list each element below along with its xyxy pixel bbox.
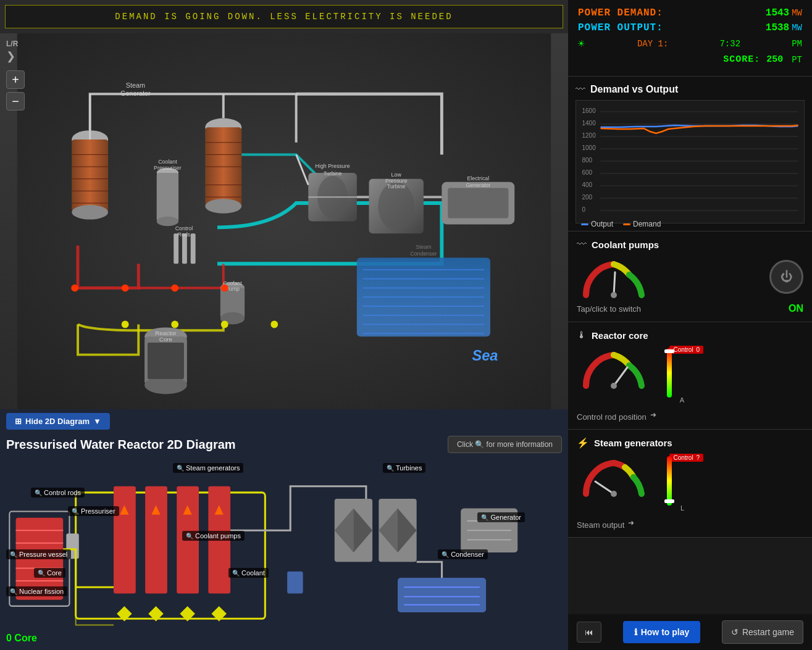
- lr-controls: L/R ❯: [6, 40, 18, 63]
- steam-slider-bottom-letter: L: [680, 504, 684, 512]
- steam-generators-gauge: [577, 454, 651, 497]
- svg-text:1000: 1000: [582, 144, 596, 151]
- previous-button[interactable]: ⏮: [577, 622, 601, 643]
- svg-point-21: [157, 217, 178, 227]
- svg-point-74: [221, 321, 228, 328]
- nuclear-fission-label[interactable]: Nuclear fission: [6, 586, 67, 596]
- svg-rect-110: [287, 572, 303, 594]
- steam-output-arrow: ➜: [628, 519, 634, 527]
- svg-text:Pressuriser: Pressuriser: [154, 165, 182, 171]
- diagram-canvas: Steam generators Turbines Generator Cond…: [0, 457, 568, 648]
- how-to-play-button[interactable]: ℹ How to play: [623, 621, 701, 643]
- zoom-in-button[interactable]: +: [6, 70, 25, 89]
- svg-text:Pressure: Pressure: [385, 178, 407, 184]
- svg-line-133: [614, 367, 627, 386]
- reactor-core-title: Reactor core: [592, 330, 648, 341]
- svg-rect-25: [182, 233, 187, 264]
- coolant-pumps-section: 〰 Coolant pumps: [568, 231, 812, 322]
- turbines-label[interactable]: Turbines: [383, 463, 425, 473]
- time-period: PM: [792, 39, 802, 49]
- power-demand-value: 1543: [766, 7, 789, 19]
- svg-text:1600: 1600: [582, 107, 596, 114]
- power-demand-unit: MW: [792, 8, 802, 18]
- coolant-label[interactable]: Coolant: [228, 568, 269, 578]
- restart-label: Restart game: [742, 627, 794, 637]
- coolant-pump-power-button[interactable]: ⏻: [769, 260, 803, 294]
- steam-generators-header: ⚡ Steam generators: [577, 437, 803, 449]
- condenser-label[interactable]: Condenser: [438, 549, 488, 559]
- reactor-core-section: 🌡 Reactor core Control 0: [568, 322, 812, 430]
- svg-point-75: [270, 321, 278, 328]
- coolant-pumps-controls: ⏻: [577, 255, 803, 298]
- svg-rect-37: [148, 343, 184, 379]
- svg-text:1200: 1200: [582, 132, 596, 139]
- svg-point-71: [221, 285, 228, 292]
- ticker-text: DEMAND IS GOING DOWN. LESS ELECTRICITY I…: [115, 12, 453, 22]
- svg-point-134: [611, 383, 617, 389]
- power-output-label: POWER OUTPUT:: [578, 22, 663, 33]
- svg-rect-106: [398, 578, 486, 612]
- power-demand-row: POWER DEMAND: 1543 MW: [578, 7, 802, 19]
- svg-text:Generator: Generator: [120, 90, 151, 97]
- right-panel: POWER DEMAND: 1543 MW POWER OUTPUT: 1538…: [568, 0, 812, 650]
- control-rods-label[interactable]: Control rods: [31, 488, 85, 498]
- diagram-title-row: Pressurised Water Reactor 2D Diagram Cli…: [0, 433, 568, 457]
- steam-gen-slider-container: Control ? L: [657, 456, 682, 512]
- svg-rect-51: [448, 188, 508, 218]
- hide-diagram-chevron: ▼: [93, 417, 101, 426]
- score-unit: PT: [792, 55, 802, 65]
- how-to-play-label: How to play: [641, 627, 690, 637]
- steam-slider-track[interactable]: [667, 456, 672, 506]
- hide-diagram-icon: ⊞: [15, 417, 22, 426]
- chart-icon: 〰: [576, 84, 585, 95]
- core-status: 0 Core: [6, 633, 37, 644]
- demand-output-chart: 1600 1400 1200 1000 800 600 400 200 0: [581, 106, 799, 214]
- svg-rect-26: [191, 233, 196, 264]
- coolant-pumps-label[interactable]: Coolant pumps: [182, 531, 245, 541]
- score-value: 250: [766, 54, 783, 65]
- slider-track[interactable]: [667, 348, 672, 398]
- stats-header: POWER DEMAND: 1543 MW POWER OUTPUT: 1538…: [568, 0, 812, 77]
- svg-point-11: [205, 199, 241, 214]
- demand-legend-dot: [623, 223, 630, 225]
- svg-text:600: 600: [582, 169, 593, 176]
- svg-point-3: [72, 205, 108, 220]
- click-info-button[interactable]: Click 🔍 for more information: [448, 436, 562, 453]
- pressuriser-label[interactable]: Pressuriser: [68, 506, 119, 516]
- slider-bottom-letter: A: [680, 396, 684, 404]
- steam-slider-thumb: [664, 499, 674, 503]
- steam-generators-label[interactable]: Steam generators: [173, 463, 243, 473]
- svg-text:Turbine: Turbine: [324, 170, 342, 177]
- score-row: SCORE: 250 PT: [578, 54, 802, 65]
- coolant-pumps-title: Coolant pumps: [592, 240, 659, 250]
- svg-point-132: [611, 292, 617, 298]
- diagram-section: ⊞ Hide 2D Diagram ▼ Pressurised Water Re…: [0, 409, 568, 650]
- restart-icon: ↺: [731, 627, 739, 637]
- lr-chevron[interactable]: ❯: [6, 49, 15, 63]
- pressure-vessel-label[interactable]: Pressure vessel: [6, 549, 71, 559]
- generator-label[interactable]: Generator: [477, 512, 525, 522]
- core-label[interactable]: Core: [34, 568, 65, 578]
- coolant-pumps-icon: 〰: [577, 239, 587, 250]
- score-label: SCORE:: [723, 54, 760, 65]
- diagram-title: Pressurised Water Reactor 2D Diagram: [6, 438, 236, 452]
- svg-rect-20: [157, 173, 178, 222]
- svg-rect-2: [72, 140, 108, 212]
- lr-label: L/R: [6, 40, 18, 48]
- svg-text:High Pressure: High Pressure: [316, 163, 350, 169]
- hide-diagram-label: Hide 2D Diagram: [25, 417, 90, 426]
- steam-output-label: Steam output: [577, 520, 624, 530]
- svg-text:Low: Low: [391, 172, 402, 178]
- control-rod-control-tag: Control 0: [669, 346, 703, 354]
- svg-text:Steam: Steam: [126, 81, 145, 89]
- svg-text:1400: 1400: [582, 120, 596, 127]
- restart-button[interactable]: ↺ Restart game: [722, 620, 803, 644]
- main-3d-view: L/R ❯ + −: [0, 33, 568, 409]
- hide-diagram-button[interactable]: ⊞ Hide 2D Diagram ▼: [6, 413, 110, 430]
- zoom-out-button[interactable]: −: [6, 92, 25, 110]
- reactor-core-gauge: [577, 346, 651, 389]
- svg-text:Coolant: Coolant: [158, 159, 177, 165]
- svg-text:400: 400: [582, 181, 593, 188]
- power-icon: ⏻: [781, 270, 793, 284]
- svg-point-69: [122, 285, 129, 292]
